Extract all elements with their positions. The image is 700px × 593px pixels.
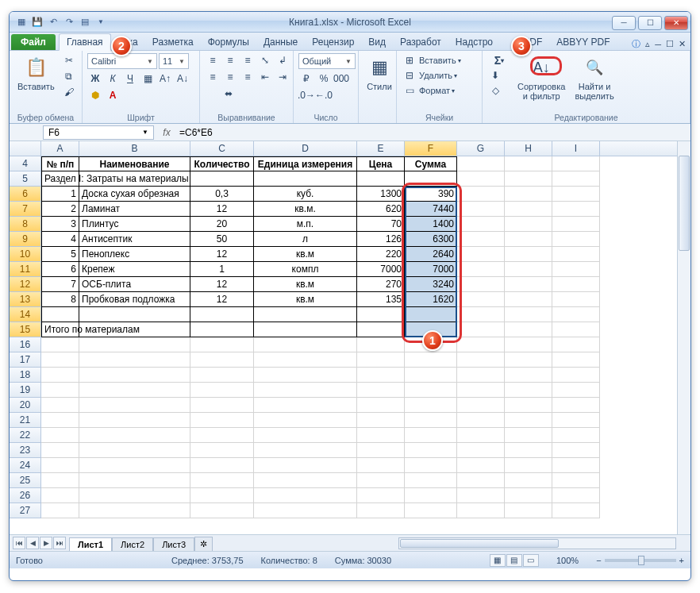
tab-addins[interactable]: Надстро <box>448 34 500 50</box>
row-header[interactable]: 5 <box>10 171 41 187</box>
cell[interactable]: 1 <box>190 262 254 277</box>
cell[interactable]: 3 <box>41 217 79 232</box>
row-header[interactable]: 4 <box>10 156 41 171</box>
copy-icon[interactable]: ⧉ <box>61 69 77 83</box>
cell[interactable] <box>254 171 357 187</box>
row-header[interactable]: 14 <box>10 307 41 322</box>
cell[interactable]: Раздел I: Затраты на материалы <box>41 171 79 187</box>
redo-icon[interactable]: ↷ <box>62 15 76 29</box>
cell[interactable]: 12 <box>190 277 254 292</box>
cell[interactable]: 620 <box>357 202 405 217</box>
sheet-nav-last[interactable]: ⏭ <box>53 537 66 549</box>
formula-field[interactable]: =C6*E6 <box>176 127 690 138</box>
cell[interactable] <box>79 171 190 187</box>
grow-font-icon[interactable]: A↑ <box>157 71 173 86</box>
cell[interactable]: 1300 <box>357 187 405 202</box>
cell[interactable]: Плинтус <box>79 217 190 232</box>
comma-icon[interactable]: 000 <box>333 71 349 86</box>
cut-icon[interactable]: ✂ <box>61 53 77 67</box>
cell[interactable]: кв.м <box>254 277 357 292</box>
align-bot-icon[interactable]: ≡ <box>240 53 256 67</box>
cell[interactable] <box>190 171 254 187</box>
cell[interactable]: кв.м <box>254 292 357 307</box>
align-center-icon[interactable]: ≡ <box>222 70 238 84</box>
format-cells-icon[interactable]: ▭ <box>402 83 417 98</box>
cell[interactable]: 135 <box>357 292 405 307</box>
scrollbar-thumb[interactable] <box>679 156 690 251</box>
col-header-h[interactable]: H <box>505 141 552 156</box>
row-header[interactable]: 26 <box>10 488 41 503</box>
cell[interactable] <box>457 156 505 171</box>
cell[interactable]: Ламинат <box>79 202 190 217</box>
cell[interactable]: м.п. <box>254 217 357 232</box>
qat-dropdown-icon[interactable]: ▼ <box>94 15 108 29</box>
paste-button[interactable]: 📋 Вставить <box>14 53 58 93</box>
horizontal-scrollbar[interactable] <box>398 537 676 549</box>
indent-inc-icon[interactable]: ⇥ <box>275 70 290 84</box>
wrap-text-icon[interactable]: ↲ <box>275 53 290 67</box>
row-header[interactable]: 17 <box>10 352 41 368</box>
insert-cells-label[interactable]: Вставить <box>419 56 456 65</box>
cell[interactable]: 270 <box>357 277 405 292</box>
zoom-out-icon[interactable]: − <box>596 556 601 565</box>
save-icon[interactable]: 💾 <box>30 15 44 29</box>
col-header-g[interactable]: G <box>457 141 505 156</box>
fill-color-button[interactable]: ⬢ <box>87 88 103 102</box>
font-color-button[interactable]: A <box>105 88 121 102</box>
row-header[interactable]: 15 <box>10 322 41 337</box>
select-all-corner[interactable] <box>10 141 41 156</box>
inc-decimal-icon[interactable]: .0→ <box>298 88 314 102</box>
indent-dec-icon[interactable]: ⇤ <box>257 70 273 84</box>
delete-cells-label[interactable]: Удалить <box>419 71 452 80</box>
cell[interactable] <box>357 171 405 187</box>
row-header[interactable]: 6 <box>10 187 41 202</box>
view-normal-icon[interactable]: ▦ <box>490 554 506 567</box>
cell[interactable]: Единица измерения <box>254 156 357 171</box>
tab-review[interactable]: Рецензир <box>305 34 361 50</box>
border-button[interactable]: ▦ <box>140 71 156 86</box>
cell[interactable]: Пеноплекс <box>79 247 190 262</box>
currency-icon[interactable]: ₽ <box>298 71 314 86</box>
minimize-button[interactable]: ─ <box>612 16 636 30</box>
zoom-slider[interactable]: − + <box>596 556 684 565</box>
tab-file[interactable]: Файл <box>11 34 56 50</box>
cell[interactable]: Антисептик <box>79 232 190 247</box>
cell[interactable]: Крепеж <box>79 262 190 277</box>
cell[interactable]: 126 <box>357 232 405 247</box>
underline-button[interactable]: Ч <box>122 71 138 86</box>
cell[interactable]: 390 <box>405 187 457 202</box>
cell[interactable]: ОСБ-плита <box>79 277 190 292</box>
cell[interactable]: 7000 <box>357 262 405 277</box>
minimize-ribbon-icon[interactable]: ▵ <box>645 39 650 49</box>
cell[interactable]: 70 <box>357 217 405 232</box>
cell[interactable]: 1 <box>41 187 79 202</box>
tab-developer[interactable]: Разработ <box>393 34 448 50</box>
cell[interactable]: Сумма <box>405 156 457 171</box>
cell[interactable]: 6 <box>41 262 79 277</box>
new-sheet-button[interactable]: ✲ <box>194 537 213 551</box>
scrollbar-thumb[interactable] <box>400 539 559 548</box>
cell[interactable]: 8 <box>41 292 79 307</box>
row-header[interactable]: 13 <box>10 292 41 307</box>
col-header-f[interactable]: F <box>405 141 457 156</box>
row-header[interactable]: 11 <box>10 262 41 277</box>
cell[interactable]: 3240 <box>405 277 457 292</box>
row-header[interactable]: 20 <box>10 398 41 413</box>
cell[interactable]: 4 <box>41 232 79 247</box>
fx-icon[interactable]: fx <box>157 127 176 138</box>
col-header-d[interactable]: D <box>254 141 357 156</box>
col-header-e[interactable]: E <box>357 141 405 156</box>
delete-cells-icon[interactable]: ⊟ <box>402 68 417 83</box>
row-header[interactable]: 7 <box>10 202 41 217</box>
sheet-tab[interactable]: Лист2 <box>112 537 153 551</box>
sheet-nav-prev[interactable]: ◀ <box>26 537 39 549</box>
tab-formulas[interactable]: Формулы <box>201 34 256 50</box>
styles-button[interactable]: ▦ Стили <box>363 53 395 93</box>
tab-abbyy[interactable]: ABBYY PDF <box>549 34 617 50</box>
sheet-nav-first[interactable]: ⏮ <box>13 537 25 549</box>
close-button[interactable]: ✕ <box>664 16 688 30</box>
cell[interactable]: 12 <box>190 292 254 307</box>
cell[interactable] <box>405 171 457 187</box>
tab-view[interactable]: Вид <box>361 34 393 50</box>
cell[interactable]: 12 <box>190 247 254 262</box>
